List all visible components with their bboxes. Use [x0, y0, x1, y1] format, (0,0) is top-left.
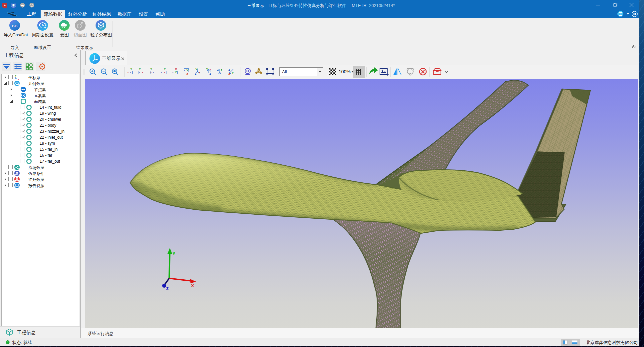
svg-text:Y: Y: [15, 75, 17, 77]
svg-text:x: x: [175, 67, 177, 71]
svg-text:Y: Y: [150, 67, 152, 71]
svg-text:Y: Y: [220, 68, 222, 71]
svg-text:Y: Y: [195, 68, 197, 71]
svg-text:x: x: [191, 282, 194, 288]
svg-text:x: x: [228, 72, 230, 75]
svg-text:z: z: [217, 68, 219, 71]
svg-text:z: z: [139, 71, 141, 74]
svg-text:Y: Y: [232, 71, 234, 75]
svg-text:cas: cas: [12, 23, 18, 28]
svg-text:x: x: [150, 71, 152, 74]
svg-text:x: x: [163, 71, 165, 74]
svg-text:Y: Y: [186, 69, 188, 72]
svg-text:100%: 100%: [339, 69, 351, 74]
svg-text:z: z: [153, 71, 155, 74]
svg-text:Y: Y: [139, 67, 141, 71]
svg-text:x: x: [186, 72, 188, 75]
svg-text:z: z: [184, 69, 185, 72]
svg-text:x: x: [199, 71, 200, 74]
svg-text:Y: Y: [175, 71, 177, 74]
svg-text:x: x: [127, 71, 129, 74]
svg-text:z: z: [228, 68, 230, 71]
svg-text:y: y: [172, 250, 175, 255]
svg-text:z: z: [195, 72, 196, 75]
svg-text:z: z: [209, 72, 211, 75]
svg-text:z: z: [16, 77, 17, 80]
svg-text:Y: Y: [164, 67, 166, 71]
svg-text:Y: Y: [130, 67, 132, 71]
svg-text:z: z: [166, 285, 169, 291]
svg-text:z: z: [130, 71, 132, 74]
svg-text:x: x: [142, 71, 143, 74]
svg-text:z: z: [172, 71, 174, 74]
svg-text:x: x: [18, 78, 19, 80]
svg-text:z: z: [161, 71, 162, 74]
